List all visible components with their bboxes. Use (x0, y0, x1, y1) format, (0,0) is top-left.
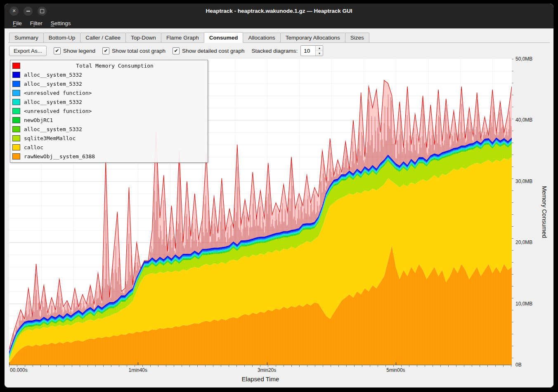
legend-title: Total Memory Consumption (24, 63, 206, 69)
show-total-cost-label: Show total cost graph (112, 48, 166, 54)
legend-item: <unresolved function> (12, 106, 206, 115)
legend-item: <unresolved function> (12, 88, 206, 97)
legend-item: sqlite3MemMalloc (12, 134, 206, 143)
memory-consumption-chart: Total Memory Consumption alloc__system_5… (9, 59, 550, 386)
y-tick-label: 30,0MB (515, 178, 532, 184)
content: Summary Bottom-Up Caller / Callee Top-Do… (5, 28, 553, 387)
tab-summary[interactable]: Summary (9, 33, 44, 43)
tabbar: Summary Bottom-Up Caller / Callee Top-Do… (8, 31, 550, 43)
x-axis: 00.000s 1min40s 3min20s 5min00s (9, 365, 512, 373)
tab-caller-callee[interactable]: Caller / Callee (80, 33, 126, 43)
legend-swatch (12, 108, 20, 114)
legend-swatch (12, 81, 20, 87)
legend-swatch (12, 72, 20, 78)
spin-buttons: ▲ ▼ (315, 46, 323, 56)
close-button[interactable]: ✕ (9, 7, 19, 16)
y-axis: 0B 10,0MB 20,0MB 30,0MB 40,0MB 50,0MB (512, 59, 539, 365)
legend-swatch (12, 126, 20, 132)
legend-item: alloc__system_5332 (12, 79, 206, 88)
x-tick-label: 5min00s (386, 367, 405, 373)
tab-consumed[interactable]: Consumed (204, 32, 244, 43)
x-tick-label: 1min40s (129, 367, 147, 373)
show-legend-checkbox[interactable]: ✔ (54, 47, 61, 54)
menu-settings[interactable]: Settings (47, 19, 75, 27)
legend-swatch (12, 99, 20, 105)
minimize-icon (26, 11, 30, 12)
y-tick-label: 0B (515, 362, 522, 368)
y-tick-label: 20,0MB (515, 239, 532, 245)
x-tick-label: 00.000s (10, 367, 28, 373)
legend-swatch (12, 153, 20, 160)
x-axis-title: Elapsed Time (9, 373, 512, 386)
window-controls: ✕ (9, 7, 47, 16)
legend-title-row: Total Memory Consumption (12, 61, 206, 70)
y-axis-title: Memory Consumed (541, 186, 548, 238)
spin-down-button[interactable]: ▼ (316, 51, 323, 56)
show-detailed-cost-label: Show detailed cost graph (182, 48, 245, 54)
app-window: ✕ Heaptrack - heaptrack.wakunode.1.gz — … (4, 3, 554, 388)
legend-swatch (12, 90, 20, 96)
tab-allocations[interactable]: Allocations (243, 33, 280, 43)
stacked-diagrams-label: Stacked diagrams: (252, 48, 298, 54)
y-tick-label: 10,0MB (515, 301, 532, 307)
legend-item: calloc (12, 143, 206, 152)
x-tick-label: 3min20s (258, 367, 276, 373)
maximize-button[interactable] (38, 7, 47, 16)
chart-plot-area[interactable]: Total Memory Consumption alloc__system_5… (9, 59, 512, 365)
close-icon: ✕ (12, 9, 16, 13)
tab-flame-graph[interactable]: Flame Graph (161, 33, 204, 43)
chart-legend: Total Memory Consumption alloc__system_5… (10, 60, 208, 163)
show-legend-checkbox-group[interactable]: ✔ Show legend (54, 47, 95, 54)
stacked-diagrams-value[interactable]: 10 (301, 46, 315, 56)
show-total-cost-checkbox-group[interactable]: ✔ Show total cost graph (102, 47, 166, 54)
legend-title-swatch (12, 63, 20, 69)
tab-top-down[interactable]: Top-Down (125, 33, 161, 43)
menubar: File Filter Settings (5, 18, 553, 28)
legend-item: newObjRC1 (12, 115, 206, 124)
legend-swatch (12, 144, 20, 150)
legend-item: rawNewObj__system_6388 (12, 152, 206, 161)
show-legend-label: Show legend (63, 48, 95, 54)
tab-bottom-up[interactable]: Bottom-Up (43, 33, 81, 43)
legend-item: alloc__system_5332 (12, 124, 206, 134)
stacked-diagrams-spinbox[interactable]: 10 ▲ ▼ (300, 45, 323, 56)
tab-temporary-allocations[interactable]: Temporary Allocations (280, 33, 345, 43)
y-tick-label: 40,0MB (515, 117, 532, 123)
titlebar: ✕ Heaptrack - heaptrack.wakunode.1.gz — … (5, 4, 553, 18)
window-title: Heaptrack - heaptrack.wakunode.1.gz — He… (5, 8, 553, 14)
menu-file[interactable]: File (9, 19, 26, 27)
y-axis-title-area: Memory Consumed (539, 59, 550, 365)
maximize-icon (40, 9, 44, 13)
show-detailed-cost-checkbox-group[interactable]: ✔ Show detailed cost graph (173, 47, 245, 54)
minimize-button[interactable] (24, 7, 33, 16)
menu-filter[interactable]: Filter (26, 19, 47, 27)
toolbar: Export As... ✔ Show legend ✔ Show total … (8, 43, 550, 59)
legend-swatch (12, 135, 20, 141)
spin-up-button[interactable]: ▲ (316, 46, 323, 51)
legend-item: alloc__system_5332 (12, 97, 206, 106)
export-as-button[interactable]: Export As... (9, 46, 47, 56)
legend-item: alloc__system_5332 (12, 70, 206, 79)
tab-sizes[interactable]: Sizes (345, 33, 369, 43)
legend-swatch (12, 117, 20, 123)
show-detailed-cost-checkbox[interactable]: ✔ (173, 47, 180, 54)
y-tick-label: 50,0MB (515, 56, 532, 62)
show-total-cost-checkbox[interactable]: ✔ (102, 47, 109, 54)
